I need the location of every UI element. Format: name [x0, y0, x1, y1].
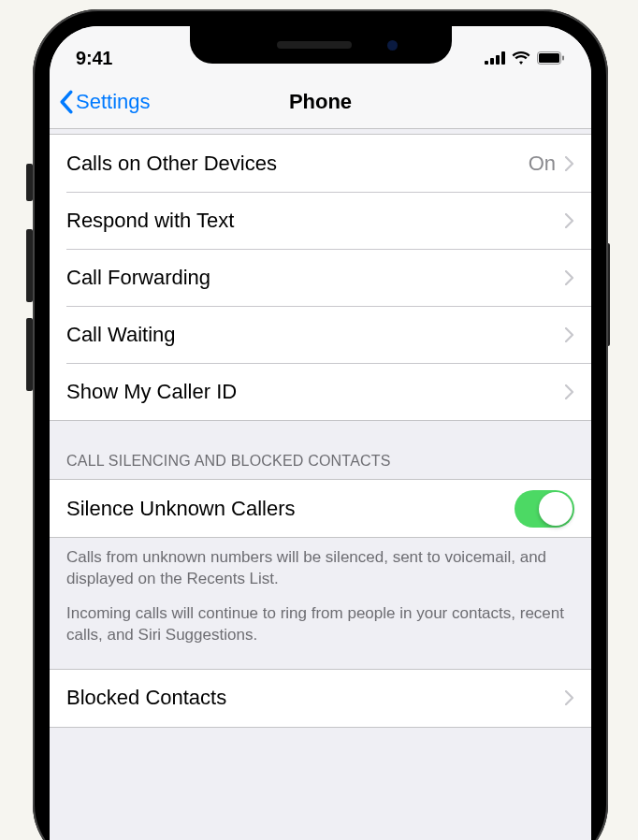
svg-rect-3	[501, 51, 505, 65]
settings-group-calls: Calls on Other Devices On Respond with T…	[50, 135, 591, 421]
svg-rect-0	[485, 61, 488, 65]
cell-silence-unknown-callers: Silence Unknown Callers	[50, 480, 591, 537]
chevron-right-icon	[565, 690, 574, 705]
cell-label: Show My Caller ID	[66, 380, 565, 404]
footer-text-2: Incoming calls will continue to ring fro…	[66, 603, 574, 646]
cellular-icon	[485, 51, 505, 65]
toggle-knob	[539, 492, 573, 526]
speaker-grille	[277, 41, 352, 49]
wifi-icon	[512, 51, 530, 65]
status-icons	[485, 51, 565, 65]
chevron-left-icon	[59, 90, 74, 114]
svg-rect-6	[562, 56, 564, 61]
cell-respond-with-text[interactable]: Respond with Text	[50, 192, 591, 249]
cell-call-waiting[interactable]: Call Waiting	[50, 306, 591, 363]
cell-call-forwarding[interactable]: Call Forwarding	[50, 249, 591, 306]
content: Calls on Other Devices On Respond with T…	[50, 129, 591, 746]
chevron-right-icon	[565, 327, 574, 342]
cell-value: On	[529, 152, 556, 176]
svg-rect-5	[539, 53, 559, 63]
cell-label: Blocked Contacts	[66, 686, 565, 710]
silence-unknown-toggle[interactable]	[515, 490, 574, 528]
back-label: Settings	[76, 90, 151, 114]
chevron-right-icon	[565, 270, 574, 285]
cell-show-my-caller-id[interactable]: Show My Caller ID	[50, 363, 591, 420]
cell-label: Silence Unknown Callers	[66, 497, 515, 521]
chevron-right-icon	[565, 156, 574, 171]
cell-blocked-contacts[interactable]: Blocked Contacts	[50, 670, 591, 727]
nav-bar: Settings Phone	[50, 75, 591, 129]
cell-label: Call Waiting	[66, 323, 565, 347]
cell-calls-on-other-devices[interactable]: Calls on Other Devices On	[50, 135, 591, 192]
svg-rect-2	[496, 55, 500, 65]
svg-rect-1	[490, 58, 494, 65]
cell-label: Call Forwarding	[66, 266, 565, 290]
cell-label: Respond with Text	[66, 209, 565, 233]
chevron-right-icon	[565, 384, 574, 399]
status-time: 9:41	[76, 48, 112, 69]
battery-icon	[537, 51, 565, 65]
notch	[190, 26, 452, 64]
front-camera	[387, 40, 398, 51]
settings-group-blocked: Blocked Contacts	[50, 669, 591, 728]
screen: 9:41	[50, 26, 591, 840]
cell-label: Calls on Other Devices	[66, 152, 529, 176]
settings-group-silencing: Silence Unknown Callers	[50, 479, 591, 538]
back-button[interactable]: Settings	[59, 90, 151, 114]
phone-volume-down	[26, 318, 33, 391]
phone-volume-up	[26, 229, 33, 302]
section-header-silencing: CALL SILENCING AND BLOCKED CONTACTS	[50, 421, 591, 479]
footer-text-1: Calls from unknown numbers will be silen…	[66, 547, 574, 590]
chevron-right-icon	[565, 213, 574, 228]
phone-mute-switch	[26, 164, 33, 201]
section-footer-silencing: Calls from unknown numbers will be silen…	[50, 538, 591, 669]
